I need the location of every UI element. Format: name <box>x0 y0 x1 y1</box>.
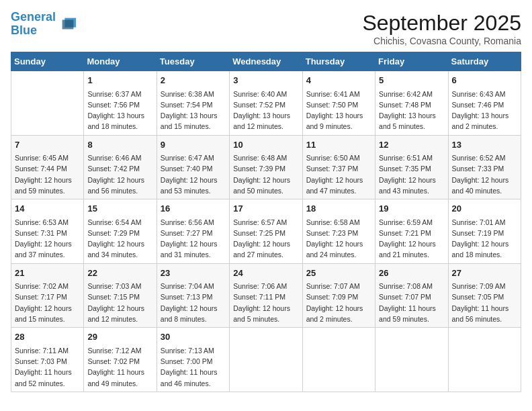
day-number: 4 <box>306 74 371 87</box>
day-number: 17 <box>233 202 298 216</box>
calendar-cell: 30Sunrise: 7:13 AM Sunset: 7:00 PM Dayli… <box>157 328 229 392</box>
calendar-cell: 26Sunrise: 7:08 AM Sunset: 7:07 PM Dayli… <box>375 263 448 328</box>
day-info: Sunrise: 6:47 AM Sunset: 7:40 PM Dayligh… <box>161 152 226 196</box>
day-info: Sunrise: 7:07 AM Sunset: 7:09 PM Dayligh… <box>306 281 371 324</box>
calendar-cell: 25Sunrise: 7:07 AM Sunset: 7:09 PM Dayli… <box>302 263 375 328</box>
svg-marker-1 <box>62 19 74 29</box>
day-number: 25 <box>306 267 371 280</box>
day-info: Sunrise: 6:50 AM Sunset: 7:37 PM Dayligh… <box>306 152 371 196</box>
calendar-cell: 5Sunrise: 6:42 AM Sunset: 7:48 PM Daylig… <box>375 71 448 136</box>
calendar-cell: 21Sunrise: 7:02 AM Sunset: 7:17 PM Dayli… <box>11 263 84 328</box>
day-number: 14 <box>15 202 80 216</box>
day-number: 6 <box>452 74 517 87</box>
day-info: Sunrise: 6:56 AM Sunset: 7:27 PM Dayligh… <box>161 217 226 261</box>
weekday-header-row: SundayMondayTuesdayWednesdayThursdayFrid… <box>11 52 521 71</box>
day-number: 7 <box>15 138 80 152</box>
day-number: 13 <box>452 138 517 152</box>
day-number: 2 <box>161 74 226 87</box>
day-number: 3 <box>233 74 298 87</box>
location-title: Chichis, Covasna County, Romania <box>362 36 521 46</box>
day-info: Sunrise: 7:12 AM Sunset: 7:02 PM Dayligh… <box>87 345 152 389</box>
day-info: Sunrise: 6:58 AM Sunset: 7:23 PM Dayligh… <box>306 217 371 261</box>
day-info: Sunrise: 6:54 AM Sunset: 7:29 PM Dayligh… <box>87 217 152 261</box>
day-number: 23 <box>161 267 226 280</box>
calendar-cell: 10Sunrise: 6:48 AM Sunset: 7:39 PM Dayli… <box>230 135 302 199</box>
calendar-table: SundayMondayTuesdayWednesdayThursdayFrid… <box>11 52 521 392</box>
calendar-cell: 8Sunrise: 6:46 AM Sunset: 7:42 PM Daylig… <box>84 135 157 199</box>
day-info: Sunrise: 6:57 AM Sunset: 7:25 PM Dayligh… <box>233 217 298 261</box>
day-info: Sunrise: 7:11 AM Sunset: 7:03 PM Dayligh… <box>15 345 80 389</box>
day-number: 10 <box>233 138 298 152</box>
calendar-week-row: 7Sunrise: 6:45 AM Sunset: 7:44 PM Daylig… <box>11 135 521 199</box>
calendar-week-row: 1Sunrise: 6:37 AM Sunset: 7:56 PM Daylig… <box>11 71 521 136</box>
day-info: Sunrise: 6:41 AM Sunset: 7:50 PM Dayligh… <box>306 89 371 132</box>
day-info: Sunrise: 6:37 AM Sunset: 7:56 PM Dayligh… <box>87 89 152 132</box>
day-info: Sunrise: 7:02 AM Sunset: 7:17 PM Dayligh… <box>15 281 80 324</box>
calendar-cell: 19Sunrise: 6:59 AM Sunset: 7:21 PM Dayli… <box>375 199 448 264</box>
day-number: 29 <box>87 330 152 344</box>
calendar-cell: 11Sunrise: 6:50 AM Sunset: 7:37 PM Dayli… <box>302 135 375 199</box>
weekday-header-saturday: Saturday <box>448 52 521 71</box>
calendar-cell: 15Sunrise: 6:54 AM Sunset: 7:29 PM Dayli… <box>84 199 157 264</box>
day-number: 26 <box>379 267 444 280</box>
calendar-cell <box>448 328 521 392</box>
day-info: Sunrise: 6:45 AM Sunset: 7:44 PM Dayligh… <box>15 152 80 196</box>
day-info: Sunrise: 6:48 AM Sunset: 7:39 PM Dayligh… <box>233 152 298 196</box>
calendar-week-row: 14Sunrise: 6:53 AM Sunset: 7:31 PM Dayli… <box>11 199 521 264</box>
day-number: 21 <box>15 267 80 280</box>
header: General Blue September 2025 Chichis, Cov… <box>11 11 521 46</box>
day-number: 18 <box>306 202 371 216</box>
day-number: 5 <box>379 74 444 87</box>
calendar-cell: 18Sunrise: 6:58 AM Sunset: 7:23 PM Dayli… <box>302 199 375 264</box>
day-info: Sunrise: 7:04 AM Sunset: 7:13 PM Dayligh… <box>161 281 226 324</box>
day-number: 20 <box>452 202 517 216</box>
day-info: Sunrise: 6:46 AM Sunset: 7:42 PM Dayligh… <box>87 152 152 196</box>
day-number: 9 <box>161 138 226 152</box>
calendar-cell: 24Sunrise: 7:06 AM Sunset: 7:11 PM Dayli… <box>230 263 302 328</box>
calendar-cell: 16Sunrise: 6:56 AM Sunset: 7:27 PM Dayli… <box>157 199 229 264</box>
calendar-cell: 14Sunrise: 6:53 AM Sunset: 7:31 PM Dayli… <box>11 199 84 264</box>
day-number: 11 <box>306 138 371 152</box>
calendar-cell: 13Sunrise: 6:52 AM Sunset: 7:33 PM Dayli… <box>448 135 521 199</box>
day-number: 27 <box>452 267 517 280</box>
title-area: September 2025 Chichis, Covasna County, … <box>362 11 521 46</box>
weekday-header-sunday: Sunday <box>11 52 84 71</box>
day-info: Sunrise: 6:53 AM Sunset: 7:31 PM Dayligh… <box>15 217 80 261</box>
calendar-cell: 6Sunrise: 6:43 AM Sunset: 7:46 PM Daylig… <box>448 71 521 136</box>
calendar-cell <box>302 328 375 392</box>
calendar-week-row: 21Sunrise: 7:02 AM Sunset: 7:17 PM Dayli… <box>11 263 521 328</box>
day-info: Sunrise: 7:03 AM Sunset: 7:15 PM Dayligh… <box>87 281 152 324</box>
calendar-cell: 12Sunrise: 6:51 AM Sunset: 7:35 PM Dayli… <box>375 135 448 199</box>
calendar-cell: 2Sunrise: 6:38 AM Sunset: 7:54 PM Daylig… <box>157 71 229 136</box>
day-number: 30 <box>161 330 226 344</box>
day-info: Sunrise: 6:52 AM Sunset: 7:33 PM Dayligh… <box>452 152 517 196</box>
day-number: 8 <box>87 138 152 152</box>
day-info: Sunrise: 7:13 AM Sunset: 7:00 PM Dayligh… <box>161 345 226 389</box>
day-info: Sunrise: 7:08 AM Sunset: 7:07 PM Dayligh… <box>379 281 444 324</box>
calendar-cell: 29Sunrise: 7:12 AM Sunset: 7:02 PM Dayli… <box>84 328 157 392</box>
day-info: Sunrise: 6:51 AM Sunset: 7:35 PM Dayligh… <box>379 152 444 196</box>
calendar-cell: 17Sunrise: 6:57 AM Sunset: 7:25 PM Dayli… <box>230 199 302 264</box>
day-number: 16 <box>161 202 226 216</box>
logo: General Blue <box>11 11 77 38</box>
calendar-cell <box>230 328 302 392</box>
calendar-cell: 4Sunrise: 6:41 AM Sunset: 7:50 PM Daylig… <box>302 71 375 136</box>
day-info: Sunrise: 6:59 AM Sunset: 7:21 PM Dayligh… <box>379 217 444 261</box>
month-title: September 2025 <box>362 11 521 36</box>
calendar-cell: 23Sunrise: 7:04 AM Sunset: 7:13 PM Dayli… <box>157 263 229 328</box>
calendar-cell: 27Sunrise: 7:09 AM Sunset: 7:05 PM Dayli… <box>448 263 521 328</box>
logo-icon <box>58 15 77 34</box>
calendar-cell: 3Sunrise: 6:40 AM Sunset: 7:52 PM Daylig… <box>230 71 302 136</box>
calendar-cell: 9Sunrise: 6:47 AM Sunset: 7:40 PM Daylig… <box>157 135 229 199</box>
calendar-cell: 7Sunrise: 6:45 AM Sunset: 7:44 PM Daylig… <box>11 135 84 199</box>
calendar-cell: 22Sunrise: 7:03 AM Sunset: 7:15 PM Dayli… <box>84 263 157 328</box>
calendar-cell <box>11 71 84 136</box>
calendar-week-row: 28Sunrise: 7:11 AM Sunset: 7:03 PM Dayli… <box>11 328 521 392</box>
weekday-header-friday: Friday <box>375 52 448 71</box>
weekday-header-tuesday: Tuesday <box>157 52 229 71</box>
weekday-header-monday: Monday <box>84 52 157 71</box>
day-info: Sunrise: 6:40 AM Sunset: 7:52 PM Dayligh… <box>233 89 298 132</box>
calendar-cell: 28Sunrise: 7:11 AM Sunset: 7:03 PM Dayli… <box>11 328 84 392</box>
day-number: 24 <box>233 267 298 280</box>
day-number: 12 <box>379 138 444 152</box>
